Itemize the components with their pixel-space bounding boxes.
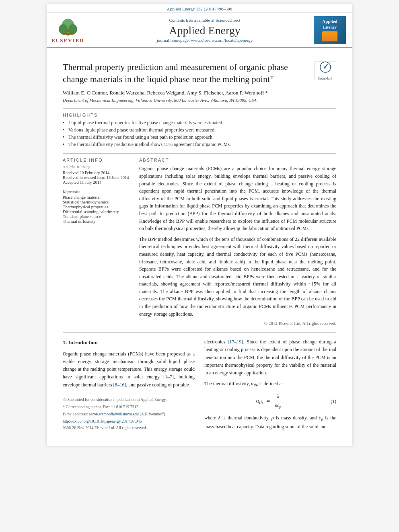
page: Applied Energy 132 (2014) 496–506 ELSEVI… [47,4,352,446]
body-col2-para1: electronics [17–19]. Since the extent of… [204,338,336,377]
footnote-email: E-mail address: aaron.wemhoff@villanova.… [63,411,195,417]
science-direct-link: Contents lists available at ScienceDirec… [100,18,310,23]
equation-1: αth = λ ρcp (1) [204,393,336,411]
divider-1 [63,108,336,109]
keyword-3: Thermophysical properties [63,205,131,209]
journal-header: ELSEVIER Contents lists available at Sci… [47,13,352,48]
top-banner: Applied Energy 132 (2014) 496–506 [47,4,352,13]
svg-rect-4 [62,33,73,35]
received-date: Received 20 February 2014 [63,170,131,175]
footnote-1: ☆ Submitted for consideration in publica… [63,396,195,403]
body-para-1: Organic phase change materials (PCMs) ha… [63,350,195,389]
ref-8-16[interactable]: [8–16] [113,382,126,388]
email-suffix: (A.P. Wemhoff). [140,412,166,416]
journal-issue-label: Applied Energy 132 (2014) 496–506 [167,6,232,11]
header-right: Applied Energy [310,16,346,44]
divider-2 [63,153,336,154]
email-link[interactable]: aaron.wemhoff@villanova.edu [89,412,139,416]
article-info-abstract: ARTICLE INFO Article history: Received 2… [63,158,336,326]
body-col2-para2: The thermal diffusivity, αth, is defined… [204,380,336,388]
main-content: Thermal property prediction and measurem… [47,48,352,434]
article-title: Thermal property prediction and measurem… [63,61,336,85]
accepted-date: Accepted 11 July 2014 [63,180,131,185]
ref-1-7[interactable]: [1–7] [163,374,174,380]
equation-denominator: ρcp [273,401,283,410]
svg-text:✓: ✓ [322,63,328,71]
highlights-section: HIGHLIGHTS Liquid-phase thermal properti… [63,113,336,148]
body-col-2: electronics [17–19]. Since the extent of… [204,338,336,433]
title-text: Thermal property prediction and measurem… [63,62,288,84]
abstract-para-2: The BPP method determines which of the t… [139,236,336,318]
article-info: ARTICLE INFO Article history: Received 2… [63,158,131,326]
highlight-item-2: Various liquid phase and phase transitio… [63,127,336,133]
footnote-section: ☆ Submitted for consideration in publica… [63,394,195,431]
highlights-list: Liquid-phase thermal properties for five… [63,120,336,148]
section1-title: 1. Introduction [63,338,195,347]
elsevier-logo: ELSEVIER [51,16,84,44]
title-star: ☆ [270,74,274,80]
keywords-label: Keywords: [63,189,131,194]
svg-point-5 [66,30,69,32]
logo-text: Applied Energy [322,19,337,41]
science-direct-name[interactable]: ScienceDirect [216,18,241,23]
ref-17-19[interactable]: [17–19] [228,339,243,345]
highlights-label: HIGHLIGHTS [63,113,336,117]
keyword-4: Differential scanning calorimetry [63,210,131,214]
article-info-label: ARTICLE INFO [63,158,131,162]
two-col-body: 1. Introduction Organic phase change mat… [63,338,336,433]
crossmark-icon: ✓ [319,61,331,76]
contents-label: Contents lists available at [169,18,214,23]
equation-number: (1) [331,398,336,405]
body-col2-para3: where λ is thermal conductivity, ρ is ma… [204,414,336,431]
copyright: © 2014 Elsevier Ltd. All rights reserved… [139,321,336,326]
abstract-section: ABSTRACT Organic phase change materials … [139,158,336,326]
elsevier-tree-icon [54,16,82,37]
doi-link[interactable]: http://dx.doi.org/10.1016/j.apenergy.201… [63,418,195,425]
crossmark-label: CrossMark [318,77,333,81]
elsevier-brand: ELSEVIER [51,37,84,44]
email-label: E-mail address: [63,412,88,416]
highlight-item-3: The thermal diffusivity was found using … [63,134,336,140]
equation-equals: = [267,397,270,406]
body-col-1: 1. Introduction Organic phase change mat… [63,338,195,433]
equation-fraction: λ ρcp [273,393,283,411]
journal-title: Applied Energy [100,24,310,37]
header-left: ELSEVIER [51,16,100,44]
crossmark-badge[interactable]: ✓ CrossMark [314,61,336,81]
keyword-1: Phase change material [63,195,131,199]
author-affiliation: Department of Mechanical Engineering, Vi… [63,98,336,103]
keyword-2: Statistical thermodynamics [63,200,131,204]
equation-numerator: λ [276,393,281,401]
abstract-para-1: Organic phase change materials (PCMs) ar… [139,165,336,232]
keyword-6: Thermal diffusivity [63,219,131,224]
homepage-label: journal homepage: www.elsevier.com/locat… [157,38,253,43]
received-revised-date: Received in revised form 18 June 2014 [63,175,131,180]
equation-lhs: αth [256,396,263,407]
authors: William E. O'Connor, Ronald Warzoha, Reb… [63,90,336,96]
history-label: Article history: [63,165,131,169]
issn: 0306-2619/© 2014 Elsevier Ltd. All right… [63,425,195,431]
highlight-item-4: The thermal diffusivity predictive metho… [63,142,336,148]
applied-energy-logo: Applied Energy [314,16,346,44]
footnote-2: * Corresponding author. Fax: +1 610 519 … [63,404,195,410]
body-section: 1. Introduction Organic phase change mat… [63,332,336,433]
highlight-item-1: Liquid-phase thermal properties for five… [63,120,336,126]
keywords-section: Keywords: Phase change material Statisti… [63,189,131,224]
header-center: Contents lists available at ScienceDirec… [100,18,310,43]
keyword-5: Transient plane source [63,214,131,219]
abstract-label: ABSTRACT [139,158,336,162]
journal-homepage: journal homepage: www.elsevier.com/locat… [100,38,310,43]
